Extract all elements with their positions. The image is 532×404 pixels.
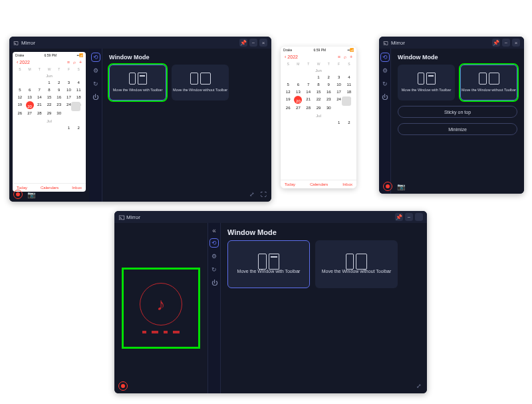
mode-without-toolbar[interactable]: Move the Window without Toolbar: [460, 65, 517, 101]
cal-day[interactable]: 2: [55, 79, 64, 86]
cal-day[interactable]: 4: [344, 74, 354, 81]
cal-day[interactable]: 12: [283, 89, 293, 95]
cal-day[interactable]: 5: [15, 87, 25, 93]
record-button[interactable]: [383, 182, 392, 191]
mode-with-toolbar[interactable]: Move the Window with Toolbar: [398, 65, 455, 101]
side-gear-icon[interactable]: ⚙: [209, 252, 219, 261]
side-history-icon[interactable]: ↻: [209, 265, 219, 274]
cal-day[interactable]: 1: [314, 74, 323, 81]
cal-back[interactable]: ‹ 2022: [17, 60, 30, 65]
cal-day[interactable]: 29: [314, 104, 323, 111]
close-button[interactable]: [415, 213, 423, 221]
pin-button[interactable]: 📌: [395, 213, 403, 221]
cal-day[interactable]: 8: [45, 87, 54, 93]
mode-without-toolbar[interactable]: Move the Window without Toolbar: [172, 65, 229, 101]
side-power-icon[interactable]: ⏻: [209, 278, 219, 288]
cal-day[interactable]: 14: [35, 94, 44, 101]
cal-day[interactable]: 17: [334, 89, 343, 95]
search-icon[interactable]: ⌕: [73, 60, 76, 65]
side-link-icon[interactable]: ⟲: [209, 238, 219, 248]
cal-day[interactable]: 29: [45, 110, 54, 116]
cal-day[interactable]: 10: [65, 87, 74, 93]
expand-icon[interactable]: ⤢: [415, 382, 423, 390]
minimize-window-button[interactable]: Minimize: [398, 123, 517, 135]
cal-day[interactable]: 13: [293, 89, 303, 95]
mode-without-toolbar[interactable]: Move the Window without Toolbar: [315, 240, 398, 288]
minimize-button[interactable]: −: [405, 213, 413, 221]
side-gear-icon[interactable]: ⚙: [380, 66, 390, 75]
camera-button[interactable]: 📷: [396, 182, 406, 191]
cal-day[interactable]: 7: [304, 81, 313, 88]
cal-day[interactable]: 23: [55, 101, 64, 109]
close-button[interactable]: ×: [259, 39, 267, 47]
cal-day[interactable]: 30: [55, 110, 64, 116]
cal-day[interactable]: 20: [294, 96, 302, 104]
side-link-icon[interactable]: ⟲: [91, 53, 100, 62]
cal-day[interactable]: 6: [25, 87, 35, 93]
cal-day[interactable]: 22: [45, 101, 54, 109]
side-gear-icon[interactable]: ⚙: [91, 66, 100, 75]
cal-day[interactable]: 15: [45, 94, 54, 101]
cal-day[interactable]: 9: [55, 87, 64, 93]
side-power-icon[interactable]: ⏻: [380, 93, 390, 102]
cal-day[interactable]: 26: [15, 110, 25, 116]
cal-day[interactable]: 11: [74, 87, 83, 93]
cal-day[interactable]: 12: [15, 94, 25, 101]
mode-with-toolbar[interactable]: Move the Window with Toolbar: [109, 65, 166, 101]
cal-day[interactable]: 28: [35, 110, 44, 116]
cal-day[interactable]: 28: [304, 104, 313, 111]
cal-day[interactable]: 6: [293, 81, 303, 88]
pin-button[interactable]: 📌: [492, 39, 500, 47]
cal-day[interactable]: 27: [25, 110, 35, 116]
cal-day[interactable]: 18: [344, 89, 354, 95]
cal-day[interactable]: 10: [334, 81, 343, 88]
cal-back[interactable]: ‹ 2022: [285, 55, 298, 59]
cal-day[interactable]: 3: [334, 74, 343, 81]
side-power-icon[interactable]: ⏻: [91, 93, 100, 102]
cal-day[interactable]: 26: [283, 104, 293, 111]
cal-day[interactable]: 21: [35, 101, 44, 109]
minimize-button[interactable]: −: [502, 39, 510, 47]
cal-day[interactable]: 7: [35, 87, 44, 93]
cal-day[interactable]: 15: [314, 89, 323, 95]
side-history-icon[interactable]: ↻: [91, 79, 100, 89]
cal-day[interactable]: 4: [74, 79, 83, 86]
pin-button[interactable]: 📌: [239, 39, 247, 47]
collapse-icon[interactable]: «: [212, 227, 216, 234]
expand-icon[interactable]: ⤢: [248, 190, 256, 198]
cal-day[interactable]: 2: [324, 74, 333, 81]
cal-day[interactable]: 21: [304, 96, 313, 104]
add-icon[interactable]: +: [350, 55, 352, 59]
side-link-icon[interactable]: ⟲: [380, 53, 390, 62]
cal-day[interactable]: 3: [65, 79, 74, 86]
side-history-icon[interactable]: ↻: [380, 79, 390, 89]
sticky-on-top-button[interactable]: Sticky on top: [398, 106, 517, 118]
record-button[interactable]: [118, 381, 128, 391]
cal-day[interactable]: 22: [314, 96, 323, 104]
search-icon[interactable]: ⌕: [344, 55, 346, 59]
cal-day[interactable]: 20: [26, 101, 34, 109]
list-icon[interactable]: ≡: [67, 60, 70, 65]
minimize-button[interactable]: −: [249, 39, 257, 47]
mode-with-toolbar[interactable]: Move the Window with Toolbar: [227, 240, 310, 288]
cal-day[interactable]: 23: [324, 96, 333, 104]
cal-day[interactable]: 19: [15, 101, 25, 109]
camera-button[interactable]: 📷: [27, 190, 36, 199]
cal-day[interactable]: 1: [45, 79, 54, 86]
cal-day[interactable]: 27: [293, 104, 303, 111]
close-button[interactable]: ×: [512, 39, 520, 47]
record-button[interactable]: [13, 190, 23, 199]
cal-day[interactable]: 8: [314, 81, 323, 88]
cal-day[interactable]: 16: [55, 94, 64, 101]
cal-day[interactable]: 9: [324, 81, 333, 88]
fullscreen-icon[interactable]: ⛶: [259, 190, 267, 198]
cal-day[interactable]: 18: [74, 94, 83, 101]
cal-day[interactable]: 11: [344, 81, 354, 88]
list-icon[interactable]: ≡: [338, 55, 340, 59]
cal-day[interactable]: 30: [324, 104, 333, 111]
cal-day[interactable]: 17: [65, 94, 74, 101]
cal-day[interactable]: 19: [283, 96, 293, 104]
cal-day[interactable]: 13: [25, 94, 35, 101]
cal-day[interactable]: 14: [304, 89, 313, 95]
add-icon[interactable]: +: [79, 60, 82, 65]
